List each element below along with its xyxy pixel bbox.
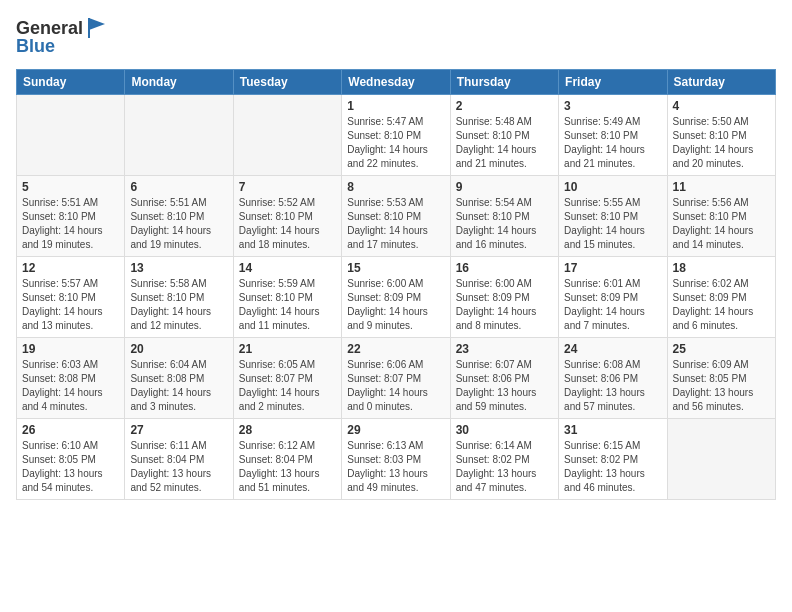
logo-flag-icon <box>85 16 109 40</box>
day-number: 24 <box>564 342 661 356</box>
calendar-cell: 4Sunrise: 5:50 AM Sunset: 8:10 PM Daylig… <box>667 95 775 176</box>
day-info: Sunrise: 6:15 AM Sunset: 8:02 PM Dayligh… <box>564 439 661 495</box>
day-number: 27 <box>130 423 227 437</box>
day-info: Sunrise: 5:51 AM Sunset: 8:10 PM Dayligh… <box>22 196 119 252</box>
day-number: 21 <box>239 342 336 356</box>
calendar-cell: 15Sunrise: 6:00 AM Sunset: 8:09 PM Dayli… <box>342 257 450 338</box>
day-info: Sunrise: 5:52 AM Sunset: 8:10 PM Dayligh… <box>239 196 336 252</box>
calendar-week-row: 5Sunrise: 5:51 AM Sunset: 8:10 PM Daylig… <box>17 176 776 257</box>
calendar-cell: 7Sunrise: 5:52 AM Sunset: 8:10 PM Daylig… <box>233 176 341 257</box>
day-number: 16 <box>456 261 553 275</box>
calendar-cell: 10Sunrise: 5:55 AM Sunset: 8:10 PM Dayli… <box>559 176 667 257</box>
calendar-cell: 13Sunrise: 5:58 AM Sunset: 8:10 PM Dayli… <box>125 257 233 338</box>
calendar-cell <box>17 95 125 176</box>
day-info: Sunrise: 5:58 AM Sunset: 8:10 PM Dayligh… <box>130 277 227 333</box>
calendar-cell: 19Sunrise: 6:03 AM Sunset: 8:08 PM Dayli… <box>17 338 125 419</box>
day-number: 15 <box>347 261 444 275</box>
calendar-cell: 24Sunrise: 6:08 AM Sunset: 8:06 PM Dayli… <box>559 338 667 419</box>
day-number: 14 <box>239 261 336 275</box>
calendar-cell: 21Sunrise: 6:05 AM Sunset: 8:07 PM Dayli… <box>233 338 341 419</box>
calendar-cell: 11Sunrise: 5:56 AM Sunset: 8:10 PM Dayli… <box>667 176 775 257</box>
calendar-cell: 31Sunrise: 6:15 AM Sunset: 8:02 PM Dayli… <box>559 419 667 500</box>
day-info: Sunrise: 5:48 AM Sunset: 8:10 PM Dayligh… <box>456 115 553 171</box>
day-info: Sunrise: 5:54 AM Sunset: 8:10 PM Dayligh… <box>456 196 553 252</box>
day-number: 30 <box>456 423 553 437</box>
calendar-cell: 14Sunrise: 5:59 AM Sunset: 8:10 PM Dayli… <box>233 257 341 338</box>
day-info: Sunrise: 6:02 AM Sunset: 8:09 PM Dayligh… <box>673 277 770 333</box>
calendar-cell: 30Sunrise: 6:14 AM Sunset: 8:02 PM Dayli… <box>450 419 558 500</box>
calendar-cell: 26Sunrise: 6:10 AM Sunset: 8:05 PM Dayli… <box>17 419 125 500</box>
day-info: Sunrise: 5:49 AM Sunset: 8:10 PM Dayligh… <box>564 115 661 171</box>
calendar-cell <box>667 419 775 500</box>
day-number: 31 <box>564 423 661 437</box>
day-number: 25 <box>673 342 770 356</box>
calendar-cell: 8Sunrise: 5:53 AM Sunset: 8:10 PM Daylig… <box>342 176 450 257</box>
calendar-cell <box>233 95 341 176</box>
calendar-cell: 6Sunrise: 5:51 AM Sunset: 8:10 PM Daylig… <box>125 176 233 257</box>
day-info: Sunrise: 6:14 AM Sunset: 8:02 PM Dayligh… <box>456 439 553 495</box>
calendar-cell: 25Sunrise: 6:09 AM Sunset: 8:05 PM Dayli… <box>667 338 775 419</box>
day-info: Sunrise: 5:51 AM Sunset: 8:10 PM Dayligh… <box>130 196 227 252</box>
day-info: Sunrise: 5:50 AM Sunset: 8:10 PM Dayligh… <box>673 115 770 171</box>
calendar-cell: 12Sunrise: 5:57 AM Sunset: 8:10 PM Dayli… <box>17 257 125 338</box>
day-number: 8 <box>347 180 444 194</box>
calendar-cell: 2Sunrise: 5:48 AM Sunset: 8:10 PM Daylig… <box>450 95 558 176</box>
calendar-week-row: 12Sunrise: 5:57 AM Sunset: 8:10 PM Dayli… <box>17 257 776 338</box>
logo: General Blue <box>16 16 109 57</box>
calendar-week-row: 19Sunrise: 6:03 AM Sunset: 8:08 PM Dayli… <box>17 338 776 419</box>
calendar-cell: 9Sunrise: 5:54 AM Sunset: 8:10 PM Daylig… <box>450 176 558 257</box>
day-info: Sunrise: 5:59 AM Sunset: 8:10 PM Dayligh… <box>239 277 336 333</box>
day-info: Sunrise: 6:10 AM Sunset: 8:05 PM Dayligh… <box>22 439 119 495</box>
day-info: Sunrise: 5:55 AM Sunset: 8:10 PM Dayligh… <box>564 196 661 252</box>
day-number: 7 <box>239 180 336 194</box>
page-header: General Blue <box>16 16 776 57</box>
svg-marker-0 <box>89 18 105 30</box>
day-info: Sunrise: 6:03 AM Sunset: 8:08 PM Dayligh… <box>22 358 119 414</box>
day-number: 17 <box>564 261 661 275</box>
calendar-week-row: 26Sunrise: 6:10 AM Sunset: 8:05 PM Dayli… <box>17 419 776 500</box>
day-number: 11 <box>673 180 770 194</box>
calendar-cell: 16Sunrise: 6:00 AM Sunset: 8:09 PM Dayli… <box>450 257 558 338</box>
day-info: Sunrise: 5:57 AM Sunset: 8:10 PM Dayligh… <box>22 277 119 333</box>
day-info: Sunrise: 6:05 AM Sunset: 8:07 PM Dayligh… <box>239 358 336 414</box>
day-info: Sunrise: 5:47 AM Sunset: 8:10 PM Dayligh… <box>347 115 444 171</box>
day-info: Sunrise: 6:11 AM Sunset: 8:04 PM Dayligh… <box>130 439 227 495</box>
day-info: Sunrise: 5:53 AM Sunset: 8:10 PM Dayligh… <box>347 196 444 252</box>
day-number: 28 <box>239 423 336 437</box>
day-number: 1 <box>347 99 444 113</box>
day-info: Sunrise: 6:01 AM Sunset: 8:09 PM Dayligh… <box>564 277 661 333</box>
day-number: 5 <box>22 180 119 194</box>
calendar-cell: 23Sunrise: 6:07 AM Sunset: 8:06 PM Dayli… <box>450 338 558 419</box>
calendar-cell: 17Sunrise: 6:01 AM Sunset: 8:09 PM Dayli… <box>559 257 667 338</box>
day-info: Sunrise: 6:00 AM Sunset: 8:09 PM Dayligh… <box>347 277 444 333</box>
day-number: 23 <box>456 342 553 356</box>
day-number: 6 <box>130 180 227 194</box>
calendar-cell: 29Sunrise: 6:13 AM Sunset: 8:03 PM Dayli… <box>342 419 450 500</box>
day-info: Sunrise: 6:06 AM Sunset: 8:07 PM Dayligh… <box>347 358 444 414</box>
day-of-week-header: Friday <box>559 70 667 95</box>
day-number: 29 <box>347 423 444 437</box>
day-number: 18 <box>673 261 770 275</box>
day-info: Sunrise: 6:07 AM Sunset: 8:06 PM Dayligh… <box>456 358 553 414</box>
day-number: 2 <box>456 99 553 113</box>
calendar-cell: 22Sunrise: 6:06 AM Sunset: 8:07 PM Dayli… <box>342 338 450 419</box>
day-number: 12 <box>22 261 119 275</box>
day-number: 9 <box>456 180 553 194</box>
day-info: Sunrise: 5:56 AM Sunset: 8:10 PM Dayligh… <box>673 196 770 252</box>
day-number: 3 <box>564 99 661 113</box>
calendar-cell: 18Sunrise: 6:02 AM Sunset: 8:09 PM Dayli… <box>667 257 775 338</box>
day-number: 13 <box>130 261 227 275</box>
day-of-week-header: Tuesday <box>233 70 341 95</box>
day-of-week-header: Monday <box>125 70 233 95</box>
calendar-table: SundayMondayTuesdayWednesdayThursdayFrid… <box>16 69 776 500</box>
calendar-header-row: SundayMondayTuesdayWednesdayThursdayFrid… <box>17 70 776 95</box>
day-number: 22 <box>347 342 444 356</box>
day-info: Sunrise: 6:13 AM Sunset: 8:03 PM Dayligh… <box>347 439 444 495</box>
calendar-cell <box>125 95 233 176</box>
day-number: 10 <box>564 180 661 194</box>
day-number: 20 <box>130 342 227 356</box>
day-info: Sunrise: 6:12 AM Sunset: 8:04 PM Dayligh… <box>239 439 336 495</box>
day-info: Sunrise: 6:00 AM Sunset: 8:09 PM Dayligh… <box>456 277 553 333</box>
day-number: 19 <box>22 342 119 356</box>
calendar-cell: 3Sunrise: 5:49 AM Sunset: 8:10 PM Daylig… <box>559 95 667 176</box>
